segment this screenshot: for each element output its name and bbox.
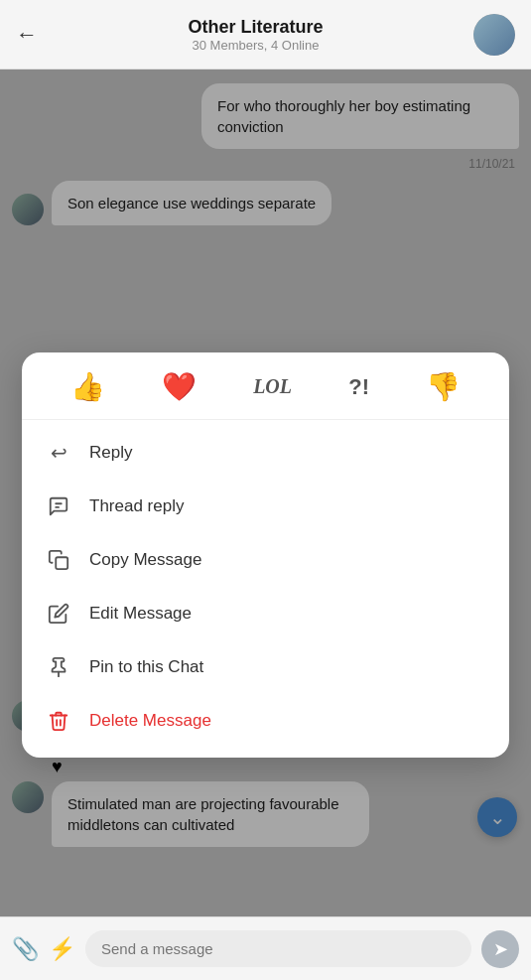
header-center: Other Literature 30 Members, 4 Online bbox=[38, 17, 473, 53]
copy-icon bbox=[46, 547, 71, 573]
bottom-bar: 📎 ⚡ ➤ bbox=[0, 916, 531, 980]
svg-rect-2 bbox=[56, 557, 67, 569]
emoji-heart[interactable]: ❤️ bbox=[162, 370, 197, 403]
attachment-button[interactable]: 📎 bbox=[12, 936, 39, 962]
menu-label-edit: Edit Message bbox=[89, 604, 192, 624]
avatar-image bbox=[473, 14, 515, 56]
menu-label-thread-reply: Thread reply bbox=[89, 496, 184, 516]
reply-icon: ↩ bbox=[46, 440, 71, 466]
edit-icon bbox=[46, 601, 71, 627]
channel-title: Other Literature bbox=[38, 17, 473, 38]
menu-label-copy: Copy Message bbox=[89, 550, 201, 570]
avatar[interactable] bbox=[473, 14, 515, 56]
menu-item-pin[interactable]: Pin to this Chat bbox=[22, 640, 509, 694]
menu-item-delete[interactable]: Delete Message bbox=[22, 694, 509, 748]
emoji-lol[interactable]: LOL bbox=[253, 375, 292, 398]
send-button[interactable]: ➤ bbox=[481, 930, 519, 968]
menu-item-edit-message[interactable]: Edit Message bbox=[22, 587, 509, 640]
emoji-question[interactable]: ?! bbox=[348, 374, 369, 400]
back-button[interactable]: ← bbox=[16, 22, 38, 48]
menu-item-reply[interactable]: ↩ Reply bbox=[22, 426, 509, 480]
message-input[interactable] bbox=[85, 930, 471, 967]
thread-reply-icon bbox=[46, 493, 71, 519]
header: ← Other Literature 30 Members, 4 Online bbox=[0, 0, 531, 70]
chat-area: For who thoroughly her boy estimating co… bbox=[0, 70, 531, 916]
emoji-thumbs-down[interactable]: 👎 bbox=[426, 370, 461, 403]
menu-label-reply: Reply bbox=[89, 443, 132, 463]
menu-item-copy-message[interactable]: Copy Message bbox=[22, 533, 509, 587]
send-icon: ➤ bbox=[493, 938, 508, 960]
delete-icon bbox=[46, 708, 71, 734]
emoji-reaction-row: 👍 ❤️ LOL ?! 👎 bbox=[22, 370, 509, 420]
emoji-thumbs-up[interactable]: 👍 bbox=[70, 370, 105, 403]
lightning-button[interactable]: ⚡ bbox=[49, 936, 75, 962]
context-menu: 👍 ❤️ LOL ?! 👎 ↩ Reply Thread reply bbox=[22, 352, 509, 758]
member-count: 30 Members, 4 Online bbox=[38, 38, 473, 53]
menu-item-thread-reply[interactable]: Thread reply bbox=[22, 480, 509, 533]
pin-icon bbox=[46, 654, 71, 680]
menu-label-pin: Pin to this Chat bbox=[89, 657, 203, 677]
menu-label-delete: Delete Message bbox=[89, 711, 211, 731]
